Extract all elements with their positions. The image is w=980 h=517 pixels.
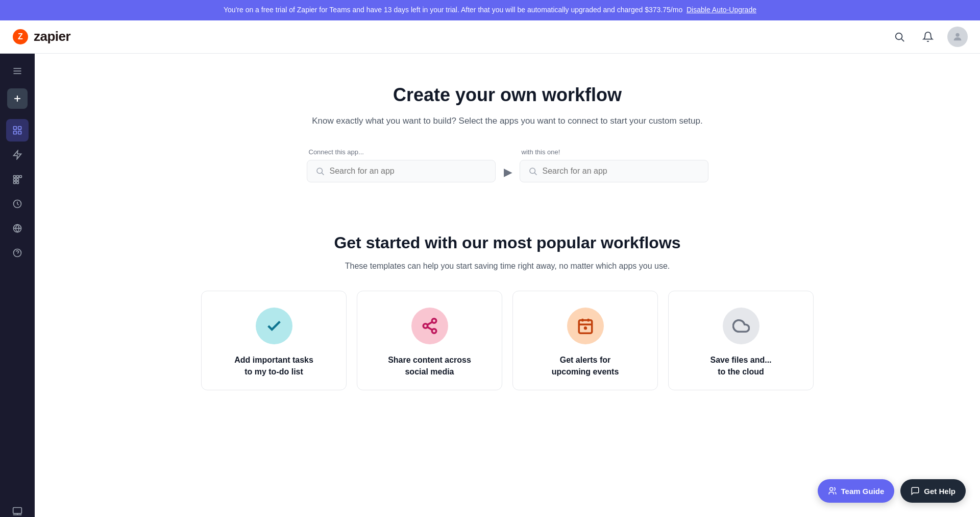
app-search-left[interactable] bbox=[307, 160, 496, 182]
sidebar-item-zaps[interactable] bbox=[6, 144, 29, 166]
header: Z zapier bbox=[0, 20, 980, 54]
sidebar-item-settings[interactable] bbox=[6, 500, 29, 517]
social-icon-circle bbox=[411, 308, 448, 344]
svg-marker-14 bbox=[14, 150, 21, 159]
svg-point-30 bbox=[317, 168, 323, 174]
svg-point-34 bbox=[432, 319, 436, 323]
history-clock-icon bbox=[12, 199, 22, 209]
header-actions bbox=[890, 27, 968, 47]
logo: Z zapier bbox=[12, 29, 70, 45]
connect-label: Connect this app... bbox=[307, 148, 364, 156]
svg-rect-20 bbox=[14, 181, 16, 183]
with-label: with this one! bbox=[520, 148, 560, 156]
svg-point-2 bbox=[896, 33, 902, 39]
svg-point-4 bbox=[955, 33, 959, 36]
team-guide-button[interactable]: Team Guide bbox=[818, 479, 895, 503]
svg-rect-10 bbox=[14, 126, 17, 129]
workflow-card-files[interactable]: Save files and...to the cloud bbox=[668, 291, 814, 390]
svg-line-37 bbox=[427, 327, 432, 331]
events-card-title: Get alerts forupcoming events bbox=[523, 355, 647, 378]
apps-grid-icon bbox=[12, 174, 22, 184]
connector-arrow: ▶ bbox=[504, 166, 511, 178]
main-content: Create your own workflow Know exactly wh… bbox=[35, 54, 980, 517]
workflow-cards-grid: Add important tasksto my to-do list Sha bbox=[201, 291, 814, 390]
check-icon bbox=[265, 317, 283, 335]
sidebar-item-apps[interactable] bbox=[6, 168, 29, 191]
get-help-label: Get Help bbox=[924, 487, 955, 496]
workflow-card-social[interactable]: Share content acrosssocial media bbox=[357, 291, 502, 390]
tasks-icon-circle bbox=[256, 308, 292, 344]
files-card-title: Save files and...to the cloud bbox=[679, 355, 803, 378]
connector-right: with this one! bbox=[520, 148, 708, 182]
sidebar-item-help[interactable] bbox=[6, 242, 29, 264]
svg-rect-17 bbox=[19, 175, 21, 177]
notifications-button[interactable] bbox=[919, 28, 937, 46]
app-search-right-input[interactable] bbox=[543, 167, 700, 176]
plus-icon bbox=[12, 93, 22, 104]
app-layout: Create your own workflow Know exactly wh… bbox=[0, 54, 980, 517]
workflow-card-tasks[interactable]: Add important tasksto my to-do list bbox=[201, 291, 347, 390]
svg-line-3 bbox=[901, 39, 904, 41]
help-icon bbox=[12, 248, 22, 258]
popular-subtitle: These templates can help you start savin… bbox=[65, 260, 949, 273]
hero-section: Create your own workflow Know exactly wh… bbox=[278, 54, 737, 213]
app-search-left-input[interactable] bbox=[330, 167, 487, 176]
sidebar-item-explore[interactable] bbox=[6, 217, 29, 240]
svg-line-33 bbox=[534, 173, 536, 175]
search-icon bbox=[894, 31, 905, 42]
sidebar bbox=[0, 54, 35, 517]
team-guide-label: Team Guide bbox=[841, 487, 885, 496]
user-icon bbox=[952, 31, 963, 42]
svg-rect-12 bbox=[14, 131, 17, 134]
sidebar-bottom bbox=[6, 500, 29, 517]
svg-rect-19 bbox=[16, 178, 18, 180]
workflow-card-events[interactable]: Get alerts forupcoming events bbox=[512, 291, 658, 390]
files-icon-circle bbox=[723, 308, 760, 344]
search-button[interactable] bbox=[890, 28, 909, 46]
svg-point-35 bbox=[423, 324, 428, 328]
floating-buttons: Team Guide Get Help bbox=[818, 479, 966, 503]
zapier-logo-icon: Z bbox=[12, 29, 29, 45]
search-icon-right bbox=[528, 167, 537, 176]
share-icon bbox=[421, 317, 438, 335]
svg-rect-27 bbox=[13, 507, 22, 513]
svg-rect-13 bbox=[18, 131, 21, 134]
svg-rect-15 bbox=[14, 175, 16, 177]
globe-icon bbox=[12, 223, 22, 233]
svg-rect-21 bbox=[16, 181, 18, 183]
hero-subtitle: Know exactly what you want to build? Sel… bbox=[298, 114, 717, 128]
banner-text: You're on a free trial of Zapier for Tea… bbox=[224, 6, 682, 14]
chat-icon bbox=[911, 486, 920, 496]
create-zap-button[interactable] bbox=[7, 88, 28, 109]
app-connector: Connect this app... ▶ with this one! bbox=[298, 148, 717, 182]
search-icon-left bbox=[315, 167, 325, 176]
svg-rect-11 bbox=[18, 126, 21, 129]
hero-title: Create your own workflow bbox=[298, 84, 717, 106]
svg-rect-18 bbox=[14, 178, 16, 180]
svg-text:Z: Z bbox=[18, 32, 23, 41]
svg-line-31 bbox=[322, 173, 324, 175]
hamburger-icon bbox=[12, 66, 22, 76]
get-help-button[interactable]: Get Help bbox=[900, 479, 966, 503]
sidebar-item-history[interactable] bbox=[6, 193, 29, 215]
sidebar-menu-toggle[interactable] bbox=[6, 60, 29, 82]
svg-point-36 bbox=[432, 329, 436, 334]
tasks-card-title: Add important tasksto my to-do list bbox=[212, 355, 336, 378]
social-card-title: Share content acrosssocial media bbox=[368, 355, 492, 378]
popular-workflows-section: Get started with our most popular workfl… bbox=[35, 213, 980, 411]
sidebar-item-dashboard[interactable] bbox=[6, 119, 29, 142]
trial-banner: You're on a free trial of Zapier for Tea… bbox=[0, 0, 980, 20]
disable-auto-upgrade-link[interactable]: Disable Auto-Upgrade bbox=[687, 6, 756, 14]
app-search-right[interactable] bbox=[520, 160, 708, 182]
connector-left: Connect this app... bbox=[307, 148, 496, 182]
logo-text: zapier bbox=[34, 29, 70, 44]
team-guide-icon bbox=[828, 486, 837, 496]
svg-rect-16 bbox=[16, 175, 18, 177]
settings-icon bbox=[12, 506, 22, 516]
svg-line-38 bbox=[427, 322, 432, 325]
cloud-icon bbox=[732, 317, 750, 335]
user-avatar-button[interactable] bbox=[947, 27, 968, 47]
dashboard-icon bbox=[12, 125, 22, 135]
events-icon-circle bbox=[567, 308, 604, 344]
zap-icon bbox=[12, 150, 22, 160]
